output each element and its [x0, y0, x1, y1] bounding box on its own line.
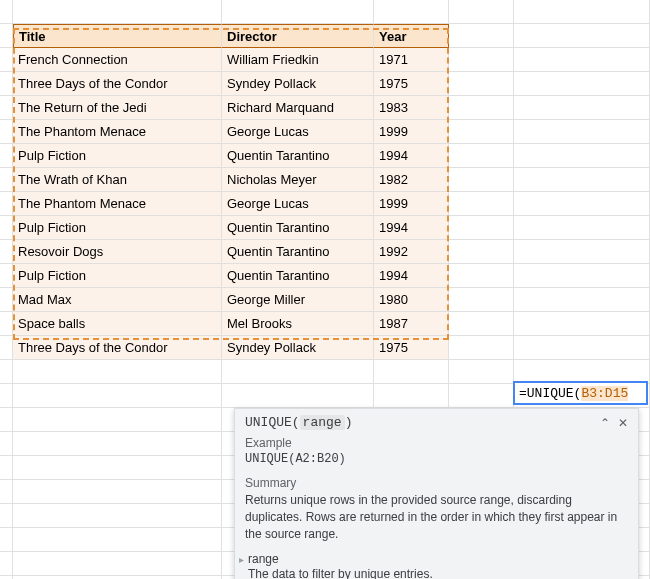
- blank-cell[interactable]: [449, 24, 514, 48]
- blank-cell[interactable]: [514, 72, 650, 96]
- blank-cell[interactable]: [0, 48, 13, 72]
- blank-cell[interactable]: [0, 24, 13, 48]
- blank-cell[interactable]: [0, 504, 13, 528]
- blank-cell[interactable]: [374, 0, 449, 24]
- blank-cell[interactable]: [0, 456, 13, 480]
- header-year[interactable]: Year: [374, 24, 449, 48]
- blank-cell[interactable]: [449, 336, 514, 360]
- table-cell[interactable]: Richard Marquand: [222, 96, 374, 120]
- blank-cell[interactable]: [13, 432, 222, 456]
- blank-cell[interactable]: [0, 96, 13, 120]
- blank-cell[interactable]: [514, 144, 650, 168]
- blank-cell[interactable]: [0, 0, 13, 24]
- table-cell[interactable]: Pulp Fiction: [13, 216, 222, 240]
- blank-cell[interactable]: [449, 192, 514, 216]
- formula-input-cell[interactable]: =UNIQUE(B3:D15: [513, 381, 648, 405]
- blank-cell[interactable]: [0, 552, 13, 576]
- table-cell[interactable]: 1994: [374, 264, 449, 288]
- blank-cell[interactable]: [449, 144, 514, 168]
- blank-cell[interactable]: [514, 312, 650, 336]
- table-cell[interactable]: Three Days of the Condor: [13, 336, 222, 360]
- close-icon[interactable]: ✕: [618, 416, 628, 430]
- table-cell[interactable]: Quentin Tarantino: [222, 216, 374, 240]
- blank-cell[interactable]: [0, 384, 13, 408]
- table-cell[interactable]: George Lucas: [222, 120, 374, 144]
- table-cell[interactable]: The Wrath of Khan: [13, 168, 222, 192]
- table-cell[interactable]: 1994: [374, 144, 449, 168]
- blank-cell[interactable]: [449, 96, 514, 120]
- table-cell[interactable]: 1999: [374, 192, 449, 216]
- blank-cell[interactable]: [0, 288, 13, 312]
- table-cell[interactable]: 1983: [374, 96, 449, 120]
- blank-cell[interactable]: [449, 360, 514, 384]
- blank-cell[interactable]: [514, 120, 650, 144]
- blank-cell[interactable]: [0, 168, 13, 192]
- table-cell[interactable]: Pulp Fiction: [13, 264, 222, 288]
- blank-cell[interactable]: [0, 264, 13, 288]
- table-cell[interactable]: Mel Brooks: [222, 312, 374, 336]
- table-cell[interactable]: William Friedkin: [222, 48, 374, 72]
- blank-cell[interactable]: [0, 432, 13, 456]
- blank-cell[interactable]: [449, 264, 514, 288]
- table-cell[interactable]: Syndey Pollack: [222, 72, 374, 96]
- collapse-icon[interactable]: ⌃: [600, 416, 610, 430]
- blank-cell[interactable]: [222, 0, 374, 24]
- blank-cell[interactable]: [514, 24, 650, 48]
- header-title[interactable]: Title: [13, 24, 222, 48]
- table-cell[interactable]: The Phantom Menace: [13, 120, 222, 144]
- table-cell[interactable]: Quentin Tarantino: [222, 240, 374, 264]
- table-cell[interactable]: George Lucas: [222, 192, 374, 216]
- blank-cell[interactable]: [449, 168, 514, 192]
- blank-cell[interactable]: [514, 288, 650, 312]
- blank-cell[interactable]: [449, 120, 514, 144]
- blank-cell[interactable]: [0, 216, 13, 240]
- blank-cell[interactable]: [13, 456, 222, 480]
- blank-cell[interactable]: [13, 552, 222, 576]
- table-cell[interactable]: 1971: [374, 48, 449, 72]
- blank-cell[interactable]: [514, 216, 650, 240]
- blank-cell[interactable]: [13, 384, 222, 408]
- blank-cell[interactable]: [449, 48, 514, 72]
- blank-cell[interactable]: [0, 528, 13, 552]
- blank-cell[interactable]: [0, 72, 13, 96]
- blank-cell[interactable]: [514, 192, 650, 216]
- blank-cell[interactable]: [449, 216, 514, 240]
- table-cell[interactable]: 1987: [374, 312, 449, 336]
- table-cell[interactable]: 1999: [374, 120, 449, 144]
- table-cell[interactable]: 1975: [374, 336, 449, 360]
- table-cell[interactable]: Quentin Tarantino: [222, 144, 374, 168]
- blank-cell[interactable]: [514, 264, 650, 288]
- table-cell[interactable]: 1982: [374, 168, 449, 192]
- blank-cell[interactable]: [13, 480, 222, 504]
- table-cell[interactable]: Mad Max: [13, 288, 222, 312]
- table-cell[interactable]: The Phantom Menace: [13, 192, 222, 216]
- blank-cell[interactable]: [514, 0, 650, 24]
- table-cell[interactable]: Quentin Tarantino: [222, 264, 374, 288]
- blank-cell[interactable]: [449, 312, 514, 336]
- table-cell[interactable]: Pulp Fiction: [13, 144, 222, 168]
- blank-cell[interactable]: [449, 384, 514, 408]
- blank-cell[interactable]: [13, 528, 222, 552]
- table-cell[interactable]: Nicholas Meyer: [222, 168, 374, 192]
- blank-cell[interactable]: [449, 72, 514, 96]
- table-cell[interactable]: Resovoir Dogs: [13, 240, 222, 264]
- blank-cell[interactable]: [449, 288, 514, 312]
- blank-cell[interactable]: [0, 240, 13, 264]
- blank-cell[interactable]: [13, 0, 222, 24]
- blank-cell[interactable]: [514, 48, 650, 72]
- blank-cell[interactable]: [0, 192, 13, 216]
- blank-cell[interactable]: [0, 120, 13, 144]
- blank-cell[interactable]: [0, 480, 13, 504]
- blank-cell[interactable]: [374, 384, 449, 408]
- blank-cell[interactable]: [0, 336, 13, 360]
- table-cell[interactable]: Three Days of the Condor: [13, 72, 222, 96]
- blank-cell[interactable]: [514, 240, 650, 264]
- blank-cell[interactable]: [449, 0, 514, 24]
- blank-cell[interactable]: [514, 168, 650, 192]
- blank-cell[interactable]: [449, 240, 514, 264]
- table-cell[interactable]: 1994: [374, 216, 449, 240]
- blank-cell[interactable]: [13, 504, 222, 528]
- table-cell[interactable]: The Return of the Jedi: [13, 96, 222, 120]
- blank-cell[interactable]: [514, 96, 650, 120]
- header-director[interactable]: Director: [222, 24, 374, 48]
